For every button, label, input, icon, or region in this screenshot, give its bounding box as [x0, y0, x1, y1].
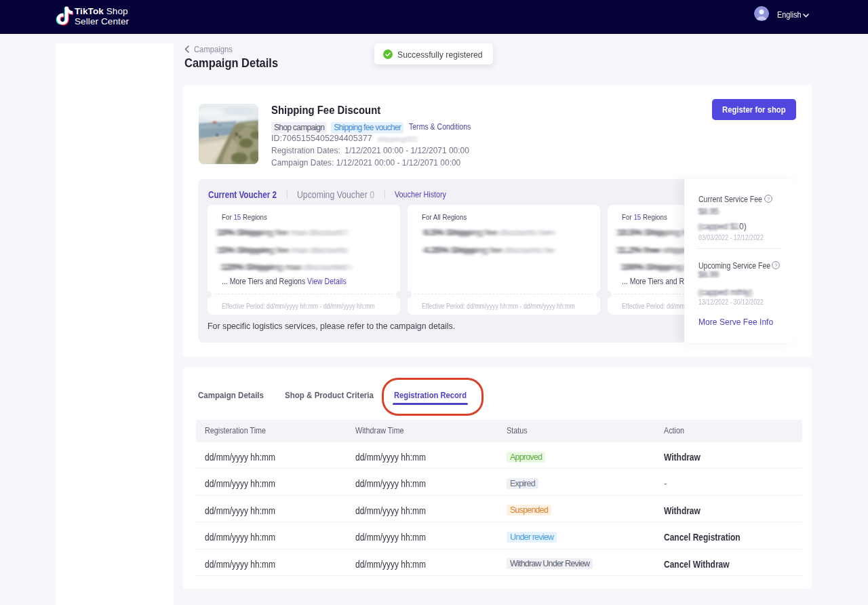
svg-text:?: ? — [767, 196, 770, 202]
svg-text:?: ? — [774, 262, 777, 269]
